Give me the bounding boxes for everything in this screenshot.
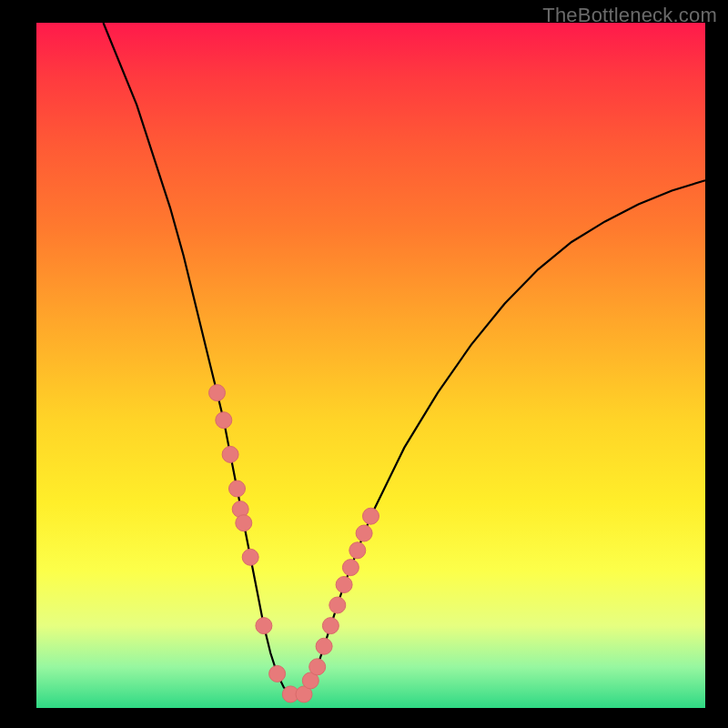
- chart-plot-area: [36, 23, 705, 708]
- highlight-marker: [229, 480, 246, 497]
- highlight-marker: [349, 542, 366, 559]
- highlight-marker: [242, 549, 258, 565]
- highlight-marker: [309, 659, 326, 675]
- highlight-marker: [222, 446, 238, 462]
- highlight-marker: [316, 638, 332, 654]
- watermark-text: TheBottleneck.com: [542, 4, 717, 27]
- highlight-marker: [322, 618, 339, 634]
- bottleneck-curve: [104, 23, 706, 698]
- highlight-marker: [216, 412, 232, 429]
- highlight-marker: [356, 525, 372, 541]
- highlight-marker: [209, 385, 226, 401]
- chart-frame: TheBottleneck.com: [0, 0, 728, 728]
- chart-svg: [36, 23, 705, 708]
- highlight-marker: [329, 597, 346, 613]
- highlight-marker: [336, 577, 352, 593]
- highlight-marker: [363, 508, 379, 524]
- highlight-marker: [236, 515, 252, 531]
- highlight-markers: [209, 385, 379, 703]
- highlight-marker: [269, 665, 286, 682]
- highlight-marker: [256, 618, 272, 634]
- highlight-marker: [342, 560, 359, 576]
